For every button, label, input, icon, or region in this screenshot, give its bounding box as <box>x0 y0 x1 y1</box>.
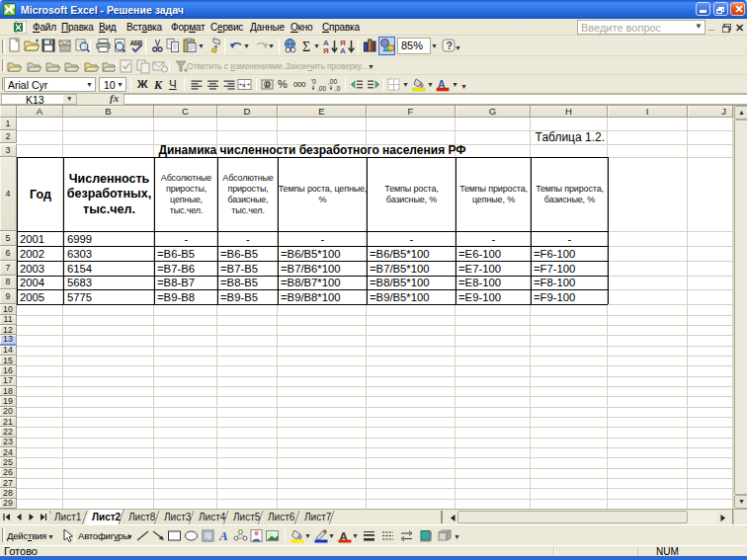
svg-text:A: A <box>218 528 228 543</box>
